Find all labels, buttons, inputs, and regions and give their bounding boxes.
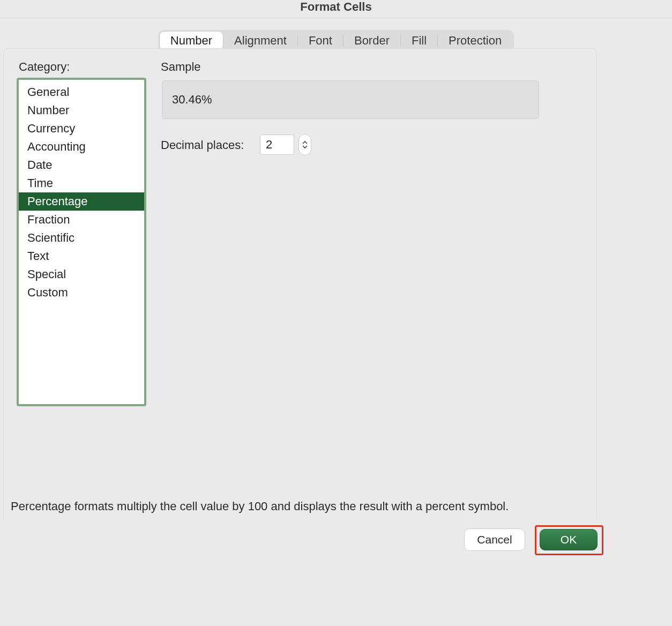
tab-label: Number (170, 34, 212, 47)
tab-number[interactable]: Number (160, 32, 223, 50)
category-listbox[interactable]: GeneralNumberCurrencyAccountingDateTimeP… (17, 78, 146, 406)
tab-label: Font (309, 34, 332, 47)
tab-label: Border (354, 34, 390, 47)
ok-button-label: OK (561, 533, 577, 546)
decimal-places-stepper[interactable] (298, 134, 311, 155)
category-item-label: Time (27, 176, 53, 190)
dialog-title-text: Format Cells (300, 0, 371, 14)
category-item-label: Date (27, 158, 52, 172)
dialog-button-row: Cancel OK (0, 525, 672, 563)
category-item-label: Scientific (27, 231, 74, 244)
format-description: Percentage formats multiply the cell val… (11, 500, 654, 513)
tab-fill[interactable]: Fill (401, 32, 437, 50)
sample-value: 30.46% (172, 93, 212, 107)
category-item-percentage[interactable]: Percentage (19, 192, 144, 211)
tab-alignment[interactable]: Alignment (223, 32, 297, 50)
category-item-custom[interactable]: Custom (19, 284, 144, 302)
cancel-button-label: Cancel (477, 533, 512, 546)
category-item-time[interactable]: Time (19, 174, 144, 192)
category-item-label: Text (27, 249, 49, 263)
sample-label: Sample (161, 60, 201, 74)
category-item-general[interactable]: General (19, 83, 144, 101)
category-item-currency[interactable]: Currency (19, 120, 144, 138)
category-item-label: Fraction (27, 213, 70, 226)
tab-label: Protection (449, 34, 502, 47)
category-item-label: Number (27, 103, 69, 117)
tab-border[interactable]: Border (344, 32, 400, 50)
cancel-button[interactable]: Cancel (464, 528, 525, 551)
decimal-places-label: Decimal places: (161, 138, 244, 152)
tab-font[interactable]: Font (298, 32, 343, 50)
category-item-label: Special (27, 267, 66, 281)
category-item-label: Custom (27, 286, 68, 299)
chevron-down-icon (302, 145, 308, 149)
category-item-label: General (27, 85, 69, 99)
chevron-up-icon (302, 140, 308, 145)
sample-preview: 30.46% (162, 80, 539, 119)
ok-button[interactable]: OK (540, 529, 598, 550)
dialog-title: Format Cells (0, 0, 672, 18)
category-label: Category: (19, 60, 70, 74)
tab-protection[interactable]: Protection (438, 32, 512, 50)
category-item-text[interactable]: Text (19, 247, 144, 265)
category-item-label: Currency (27, 122, 75, 135)
category-item-fraction[interactable]: Fraction (19, 211, 144, 229)
decimal-places-input[interactable] (260, 135, 294, 155)
category-item-accounting[interactable]: Accounting (19, 138, 144, 156)
category-item-date[interactable]: Date (19, 156, 144, 174)
category-item-number[interactable]: Number (19, 101, 144, 120)
tab-label: Alignment (234, 34, 287, 47)
category-item-label: Accounting (27, 140, 86, 153)
category-item-label: Percentage (27, 195, 88, 208)
category-item-scientific[interactable]: Scientific (19, 229, 144, 247)
tab-label: Fill (412, 34, 427, 47)
category-item-special[interactable]: Special (19, 265, 144, 284)
